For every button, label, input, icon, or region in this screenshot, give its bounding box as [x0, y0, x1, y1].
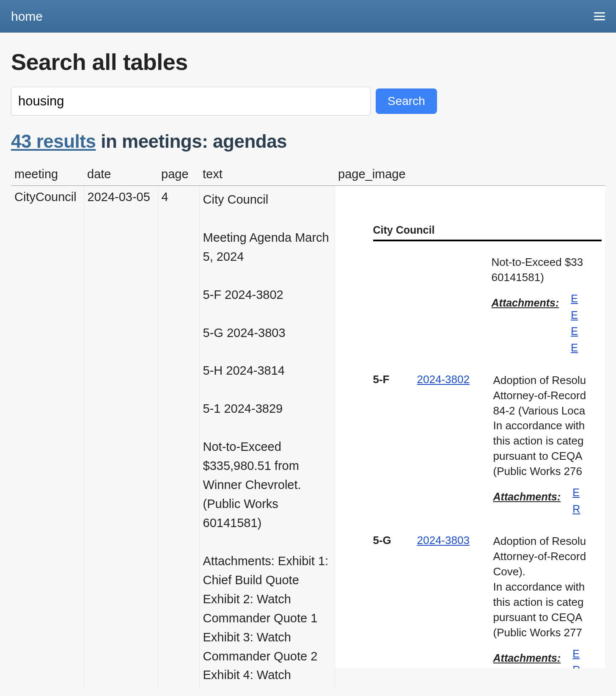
attachment-link[interactable]: E	[572, 646, 580, 662]
agenda-item-id: 5-G	[373, 534, 417, 668]
agenda-item-link[interactable]: 2024-3803	[417, 534, 493, 668]
attachments-label: Attachments:	[493, 651, 561, 666]
attachment-link[interactable]: E	[571, 307, 578, 323]
col-header-page-image[interactable]: page_image	[335, 164, 605, 186]
menu-icon[interactable]	[594, 12, 605, 20]
cell-meeting: CityCouncil	[11, 186, 84, 689]
results-count-link[interactable]: 43 results	[11, 131, 96, 152]
navbar: home	[0, 0, 616, 33]
agenda-top-block: Not-to-Exceed $33 60141581) Attachments:…	[373, 255, 605, 356]
main-content: Search all tables Search 43 results in m…	[0, 33, 616, 696]
col-header-page[interactable]: page	[158, 164, 199, 186]
attachment-link[interactable]: E	[571, 340, 578, 356]
cell-page: 4	[158, 186, 199, 689]
cell-page-image: City Council Not-to-Exceed $33 60141581)…	[335, 186, 605, 689]
results-heading: 43 results in meetings: agendas	[11, 131, 605, 152]
attachment-link[interactable]: E	[572, 484, 580, 501]
agenda-line: Not-to-Exceed $33	[492, 255, 583, 270]
agenda-line: 60141581)	[492, 270, 583, 285]
attachment-link[interactable]: E	[571, 323, 578, 340]
agenda-item-id: 5-F	[373, 373, 417, 517]
attachments-label: Attachments:	[493, 489, 561, 504]
attachment-link[interactable]: E	[571, 290, 578, 307]
search-input[interactable]	[11, 87, 371, 116]
search-form: Search	[11, 87, 605, 116]
attachments-label: Attachments:	[492, 296, 559, 310]
results-table: meeting date page text page_image CityCo…	[11, 164, 605, 689]
attachment-link[interactable]: R	[572, 662, 580, 668]
cell-text: City Council Meeting Agenda March 5, 202…	[199, 186, 335, 689]
col-header-date[interactable]: date	[84, 164, 158, 186]
table-row: CityCouncil 2024-03-05 4 City Council Me…	[11, 186, 605, 689]
col-header-text[interactable]: text	[199, 164, 335, 186]
agenda-page-image: City Council Not-to-Exceed $33 60141581)…	[335, 186, 605, 668]
search-button[interactable]: Search	[376, 88, 437, 114]
agenda-item: 5-F 2024-3802 Adoption of Resolu Attorne…	[373, 373, 605, 517]
page-title: Search all tables	[11, 49, 605, 75]
agenda-item-body: Adoption of Resolu Attorney-of-Record 84…	[493, 373, 586, 479]
agenda-item-link[interactable]: 2024-3802	[417, 373, 493, 517]
cell-date: 2024-03-05	[84, 186, 158, 689]
attachment-link[interactable]: R	[572, 501, 580, 517]
agenda-item-body: Adoption of Resolu Attorney-of-Record Co…	[493, 534, 586, 640]
agenda-item: 5-G 2024-3803 Adoption of Resolu Attorne…	[373, 534, 605, 668]
col-header-meeting[interactable]: meeting	[11, 164, 84, 186]
results-suffix: in meetings: agendas	[96, 131, 287, 152]
agenda-header: City Council	[373, 224, 602, 241]
home-link[interactable]: home	[11, 9, 43, 24]
